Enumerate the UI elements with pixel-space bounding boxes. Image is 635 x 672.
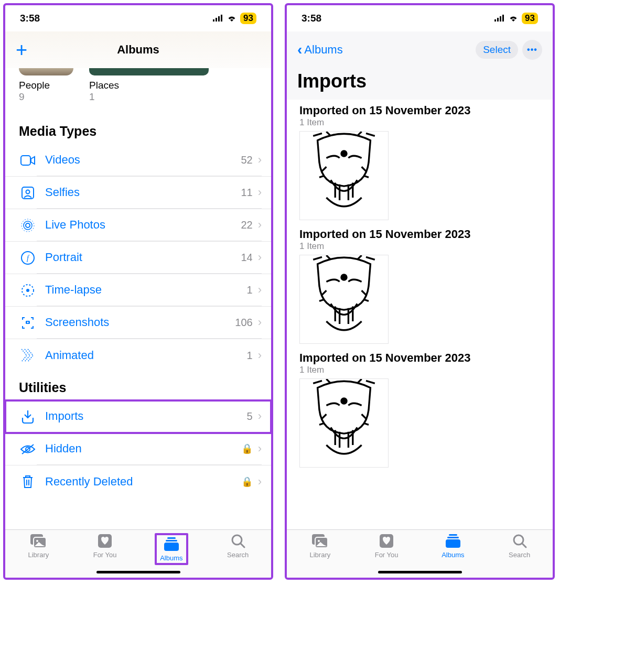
svg-rect-41 bbox=[446, 539, 460, 548]
row-videos[interactable]: Videos52› bbox=[5, 144, 271, 177]
svg-rect-22 bbox=[167, 537, 176, 539]
video-icon bbox=[19, 155, 37, 166]
back-label: Albums bbox=[304, 43, 342, 57]
tab-label: For You bbox=[375, 551, 399, 559]
svg-rect-2 bbox=[218, 16, 220, 21]
drawing-placeholder bbox=[300, 132, 388, 220]
people-places-row: People 9 Places 1 bbox=[5, 68, 271, 115]
livephoto-icon bbox=[19, 218, 37, 233]
import-thumb[interactable] bbox=[299, 131, 389, 220]
import-thumb[interactable] bbox=[299, 378, 389, 468]
row-hidden[interactable]: Hidden🔒› bbox=[5, 433, 271, 465]
chevron-left-icon: ‹ bbox=[297, 41, 302, 58]
row-count: 22 bbox=[241, 219, 252, 231]
battery-badge: 93 bbox=[240, 13, 256, 24]
home-indicator bbox=[96, 571, 180, 573]
row-count: 14 bbox=[241, 252, 252, 264]
chevron-right-icon: › bbox=[258, 316, 262, 329]
svg-point-8 bbox=[24, 221, 32, 230]
row-label: Videos bbox=[45, 153, 80, 167]
select-button[interactable]: Select bbox=[476, 41, 518, 59]
foryou-icon bbox=[97, 533, 113, 549]
tab-albums-inner: Albums bbox=[155, 533, 188, 565]
search-icon bbox=[512, 533, 528, 549]
svg-rect-27 bbox=[494, 19, 496, 21]
row-imports[interactable]: Imports5› bbox=[5, 400, 271, 433]
page-title: Imports bbox=[287, 68, 553, 100]
svg-line-26 bbox=[241, 544, 244, 547]
back-button[interactable]: ‹ Albums bbox=[297, 41, 343, 58]
status-time: 3:58 bbox=[302, 13, 321, 24]
svg-rect-4 bbox=[21, 156, 30, 165]
row-recently-deleted[interactable]: Recently Deleted🔒› bbox=[5, 465, 271, 498]
group-subtitle: 1 Item bbox=[299, 241, 546, 252]
row-livephotos[interactable]: Live Photos22› bbox=[5, 209, 271, 242]
row-label: Hidden bbox=[45, 442, 82, 456]
status-bar: 3:58 93 bbox=[287, 5, 553, 31]
row-label: Live Photos bbox=[45, 218, 105, 232]
group-subtitle: 1 Item bbox=[299, 117, 546, 128]
timelapse-icon bbox=[19, 283, 37, 298]
row-selfies[interactable]: Selfies11› bbox=[5, 177, 271, 209]
hidden-icon bbox=[19, 443, 37, 455]
tab-search[interactable]: Search bbox=[486, 533, 553, 578]
selfie-icon bbox=[19, 186, 37, 200]
row-label: Recently Deleted bbox=[45, 475, 133, 489]
places-count: 1 bbox=[89, 91, 209, 103]
people-thumb bbox=[19, 68, 73, 75]
svg-point-32 bbox=[341, 151, 347, 156]
row-animated[interactable]: Animated1› bbox=[5, 339, 271, 372]
row-timelapse[interactable]: Time-lapse1› bbox=[5, 274, 271, 307]
svg-point-13 bbox=[26, 289, 29, 292]
row-label: Animated bbox=[45, 349, 94, 362]
animated-icon bbox=[19, 348, 37, 363]
album-places[interactable]: Places 1 bbox=[89, 68, 209, 103]
places-title: Places bbox=[89, 80, 209, 91]
svg-rect-39 bbox=[449, 534, 457, 536]
status-right: 93 bbox=[213, 13, 256, 24]
album-people[interactable]: People 9 bbox=[19, 68, 73, 103]
row-label: Selfies bbox=[45, 186, 80, 199]
imports-content[interactable]: Imported on 15 November 2023 1 Item Impo… bbox=[287, 100, 553, 529]
lock-icon: 🔒 bbox=[241, 476, 253, 487]
chevron-right-icon: › bbox=[258, 251, 262, 264]
content: People 9 Places 1 Media Types Videos52› … bbox=[5, 68, 271, 529]
import-thumb[interactable] bbox=[299, 255, 389, 344]
row-count: 5 bbox=[247, 410, 253, 422]
section-media-types: Media Types bbox=[5, 115, 271, 144]
wifi-icon bbox=[508, 15, 519, 22]
library-icon bbox=[311, 533, 329, 549]
row-label: Portrait bbox=[45, 251, 82, 264]
wifi-icon bbox=[227, 15, 237, 22]
row-label: Time-lapse bbox=[45, 283, 102, 297]
svg-rect-29 bbox=[500, 16, 501, 21]
places-thumb bbox=[89, 68, 209, 75]
library-icon bbox=[29, 533, 47, 549]
svg-rect-0 bbox=[213, 19, 214, 21]
nav-bar: + Albums bbox=[5, 31, 271, 68]
import-icon bbox=[19, 409, 37, 424]
chevron-right-icon: › bbox=[258, 153, 262, 167]
chevron-right-icon: › bbox=[258, 349, 262, 362]
tab-label: Library bbox=[28, 551, 49, 559]
row-portrait[interactable]: f Portrait14› bbox=[5, 242, 271, 274]
tab-search[interactable]: Search bbox=[205, 533, 271, 578]
section-utilities: Utilities bbox=[5, 372, 271, 400]
more-button[interactable]: ••• bbox=[522, 40, 542, 60]
tab-library[interactable]: Library bbox=[287, 533, 353, 578]
tab-library[interactable]: Library bbox=[5, 533, 72, 578]
battery-badge: 93 bbox=[522, 13, 538, 24]
signal-icon bbox=[494, 15, 505, 22]
chevron-right-icon: › bbox=[258, 442, 262, 456]
row-count: 52 bbox=[241, 154, 252, 166]
chevron-right-icon: › bbox=[258, 186, 262, 199]
tab-label: Albums bbox=[442, 551, 464, 559]
row-screenshots[interactable]: Screenshots106› bbox=[5, 307, 271, 339]
tab-label: Albums bbox=[160, 554, 182, 562]
tab-label: For You bbox=[93, 551, 117, 559]
import-group: Imported on 15 November 2023 1 Item bbox=[287, 100, 553, 227]
people-count: 9 bbox=[19, 91, 73, 103]
svg-point-15 bbox=[27, 321, 29, 323]
row-count: 1 bbox=[247, 350, 253, 362]
home-indicator bbox=[378, 571, 462, 573]
